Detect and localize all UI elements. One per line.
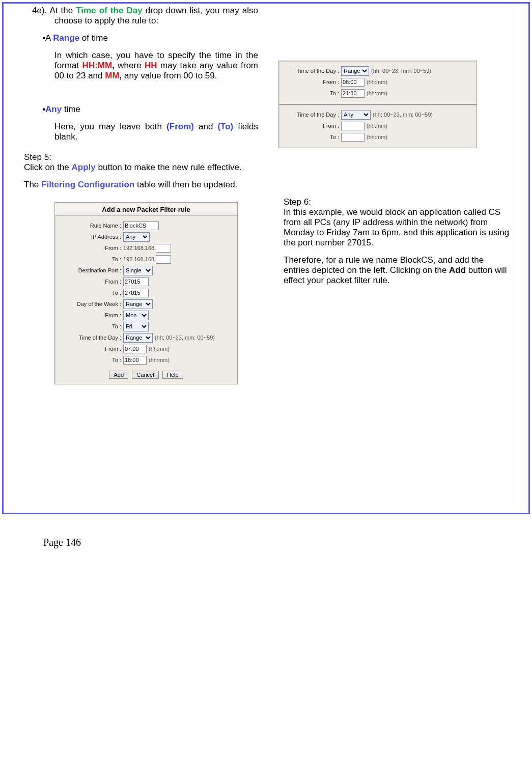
fig1-select-tod[interactable]: Range	[341, 66, 369, 76]
item-4e-label: 4e).	[32, 6, 47, 15]
fig2-input-to[interactable]	[341, 133, 365, 142]
fig3-input-portto[interactable]	[123, 289, 149, 297]
fig3-label-ipto: To :	[60, 256, 123, 262]
bullet-range-pre: A	[45, 33, 53, 43]
fig3-select-tod[interactable]: Range	[123, 333, 153, 343]
any-body-a: Here, you may leave both	[54, 122, 166, 131]
fig3-label-tfrom: From :	[60, 346, 123, 352]
fig1-input-from[interactable]	[341, 78, 365, 87]
step5-t1: Click on the	[24, 162, 72, 172]
fig3-label-ip: IP Address :	[60, 234, 123, 240]
fig3-label-tod: Time of the Day :	[60, 335, 123, 341]
step5-body: Click on the Apply button to make the ne…	[24, 162, 258, 173]
fig3-input-rule[interactable]	[123, 221, 159, 230]
figure-add-rule: Add a new Packet Filter rule Rule Name :…	[54, 202, 238, 384]
page-footer: Page 146	[0, 516, 532, 564]
term-from: (From)	[166, 122, 194, 131]
range-body-d: any value from 00 to 59.	[122, 71, 217, 80]
figure-time-range: Time of the Day : Range (hh: 00~23, mm: …	[278, 61, 477, 104]
fig2-label-tod: Time of the Day :	[284, 112, 341, 118]
fig3-input-tfrom[interactable]	[123, 345, 147, 353]
fig1-hhmm-to: (hh:mm)	[365, 90, 387, 96]
term-add: Add	[449, 265, 466, 275]
fig3-label-dport: Destination Port :	[60, 267, 123, 273]
fig2-label-to: To :	[284, 134, 341, 140]
fig2-select-tod[interactable]: Any	[341, 110, 371, 120]
bullet-any-body: Here, you may leave both (From) and (To)…	[24, 122, 258, 142]
step5-label: Step 5:	[24, 152, 516, 162]
any-body-b: and	[194, 122, 217, 131]
fig2-label-from: From :	[284, 123, 341, 129]
item-4e: 4e). At the Time of the Day drop down li…	[24, 6, 258, 26]
term-any: Any	[45, 104, 62, 114]
fig1-label-tod: Time of the Day :	[284, 68, 341, 74]
fig3-add-button[interactable]: Add	[109, 371, 128, 379]
term-mm: MM	[105, 71, 119, 80]
fig3-select-ip[interactable]: Any	[123, 232, 150, 242]
fig1-hint: (hh: 00~23, mm: 00~59)	[369, 68, 431, 74]
term-time-of-day: Time of the Day	[76, 6, 142, 15]
fig3-select-dport[interactable]: Single	[123, 266, 153, 275]
fig3-hhmm-from: (hh:mm)	[147, 346, 170, 352]
bullet-range-header: ▪A Range of time	[24, 33, 258, 43]
fig2-hint: (hh: 00~23, mm: 00~59)	[371, 112, 433, 118]
fig3-label-tto: To :	[60, 357, 123, 363]
fig1-label-to: To :	[284, 90, 341, 96]
step5b-t2: table will then be updated.	[134, 180, 237, 189]
fig2-input-from[interactable]	[341, 122, 365, 130]
fig3-title: Add a new Packet Filter rule	[55, 203, 237, 216]
fig1-label-from: From :	[284, 79, 341, 85]
page-content: 4e). At the Time of the Day drop down li…	[4, 4, 528, 513]
bullet-any-post: time	[62, 104, 80, 114]
term-to: (To)	[217, 122, 233, 131]
fig2-hhmm-from: (hh:mm)	[365, 123, 387, 129]
term-hh: HH	[145, 61, 157, 70]
step6-label: Step 6:	[284, 197, 511, 207]
fig3-label-ipfrom: From :	[60, 245, 123, 251]
range-body-b: where	[115, 61, 145, 70]
fig3-input-tto[interactable]	[123, 356, 147, 365]
fig3-ipfrom-prefix: 192.168.168.	[123, 245, 156, 251]
step5b-t1: The	[24, 180, 41, 189]
fig3-label-dowfrom: From :	[60, 312, 123, 318]
fig1-hhmm-from: (hh:mm)	[365, 79, 387, 85]
term-apply: Apply	[72, 162, 96, 172]
step5-t2: button to make the new rule effective.	[96, 162, 242, 172]
bullet-any-header: ▪Any time	[24, 104, 258, 115]
bullet-range-post: of time	[79, 33, 108, 43]
fig3-cancel-button[interactable]: Cancel	[132, 371, 158, 379]
figure-time-any: Time of the Day : Any (hh: 00~23, mm: 00…	[278, 104, 477, 148]
fig2-hhmm-to: (hh:mm)	[365, 134, 387, 140]
bullet-range-body: In which case, you have to specify the t…	[24, 50, 258, 81]
step6-p2: Therefore, for a rule we name BlockCS, a…	[284, 255, 511, 286]
term-range: Range	[53, 33, 79, 43]
item-4e-text1: At the	[49, 6, 76, 15]
fig3-input-ipto[interactable]	[156, 255, 171, 264]
page-border: 4e). At the Time of the Day drop down li…	[2, 2, 530, 514]
step6-p1: In this example, we would block an appli…	[284, 207, 511, 248]
fig3-label-rule: Rule Name :	[60, 223, 123, 229]
term-filtering-config: Filtering Configuration	[41, 180, 134, 189]
fig1-input-to[interactable]	[341, 89, 365, 98]
fig3-label-dowto: To :	[60, 323, 123, 329]
fig3-label-dow: Day of the Week :	[60, 301, 123, 307]
fig3-select-dow[interactable]: Range	[123, 299, 153, 309]
fig3-hint: (hh: 00~23, mm: 00~59)	[153, 335, 215, 341]
fig3-input-ipfrom[interactable]	[156, 244, 171, 253]
fig3-label-portfrom: From :	[60, 279, 123, 285]
fig3-label-portto: To :	[60, 290, 123, 296]
fig3-ipto-prefix: 192.168.168.	[123, 256, 156, 262]
step5-followup: The Filtering Configuration table will t…	[24, 180, 258, 190]
fig3-hhmm-to: (hh:mm)	[147, 357, 170, 363]
fig3-select-dowfrom[interactable]: Mon	[123, 311, 149, 320]
fig3-input-portfrom[interactable]	[123, 277, 149, 286]
term-hhmm: HH:MM	[82, 61, 113, 70]
fig3-select-dowto[interactable]: Fri	[123, 322, 149, 331]
fig3-help-button[interactable]: Help	[162, 371, 183, 379]
